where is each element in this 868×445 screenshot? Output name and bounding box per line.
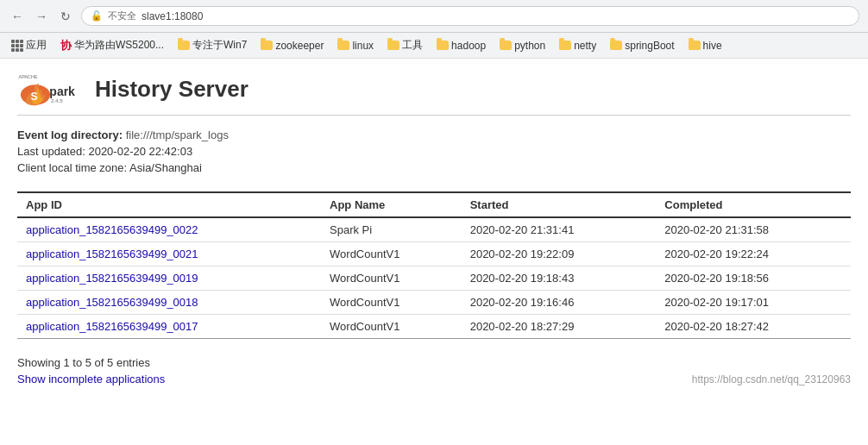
cell-app-id: application_1582165639499_0022	[17, 217, 321, 242]
svg-text:S: S	[31, 91, 38, 103]
bookmark-hive[interactable]: hive	[684, 38, 726, 53]
apps-grid-icon	[11, 40, 23, 52]
table-row: application_1582165639499_0017WordCountV…	[17, 315, 851, 339]
folder-icon-netty	[559, 41, 571, 50]
cell-app-name: Spark Pi	[321, 217, 462, 242]
footer-left: Showing 1 to 5 of 5 entries Show incompl…	[17, 356, 165, 385]
cell-started: 2020-02-20 19:18:43	[462, 266, 657, 291]
table-row: application_1582165639499_0021WordCountV…	[17, 242, 851, 266]
bookmark-tools[interactable]: 工具	[383, 36, 427, 54]
svg-text:park: park	[49, 85, 75, 98]
footer-section: Showing 1 to 5 of 5 entries Show incompl…	[17, 352, 851, 385]
app-id-link[interactable]: application_1582165639499_0019	[26, 272, 198, 285]
bookmark-apps-label: 应用	[26, 38, 47, 53]
event-log-label: Event log directory:	[17, 128, 123, 141]
bookmark-win7[interactable]: 专注于Win7	[173, 36, 251, 54]
spark-version-in-svg: 2.4.5	[51, 97, 63, 103]
table-header-row: App ID App Name Started Completed	[17, 192, 851, 217]
timezone-row: Client local time zone: Asia/Shanghai	[17, 161, 851, 174]
bookmark-python-label: python	[514, 40, 545, 52]
bookmark-tools-label: 工具	[402, 38, 423, 53]
app-id-link[interactable]: application_1582165639499_0018	[26, 296, 198, 309]
app-id-link[interactable]: application_1582165639499_0021	[26, 248, 198, 260]
cell-app-name: WordCountV1	[321, 266, 462, 291]
col-completed: Completed	[656, 192, 851, 217]
cell-app-id: application_1582165639499_0018	[17, 291, 321, 315]
timezone-label: Client local time zone:	[17, 161, 127, 174]
bookmark-netty-label: netty	[574, 40, 596, 52]
last-updated-label: Last updated:	[17, 145, 85, 158]
cell-app-name: WordCountV1	[321, 291, 462, 315]
svg-text:APACHE: APACHE	[19, 74, 38, 79]
bookmark-hadoop-label: hadoop	[451, 40, 486, 52]
bookmarks-bar: 应用 协 华为路由WS5200... 专注于Win7 zookeeper lin…	[0, 33, 868, 59]
security-label: 不安全	[108, 9, 136, 22]
bookmark-netty[interactable]: netty	[555, 38, 601, 53]
col-app-id: App ID	[17, 192, 321, 217]
cell-completed: 2020-02-20 19:18:56	[656, 266, 851, 291]
browser-toolbar: ← → ↻ 🔓 不安全 slave1:18080	[0, 0, 868, 33]
folder-icon-win7	[178, 41, 190, 50]
folder-icon-hadoop	[437, 41, 449, 50]
folder-icon-python	[500, 41, 512, 50]
spark-logo-svg: APACHE S park 2.4.5	[17, 72, 78, 106]
cell-started: 2020-02-20 19:16:46	[462, 291, 657, 315]
forward-button[interactable]: →	[33, 8, 50, 25]
bookmark-win7-label: 专注于Win7	[192, 38, 247, 53]
bookmark-python[interactable]: python	[495, 38, 550, 53]
bookmark-hive-label: hive	[703, 40, 722, 52]
cell-completed: 2020-02-20 18:27:42	[656, 315, 851, 339]
huawei-icon: 协	[60, 38, 72, 53]
bookmark-linux[interactable]: linux	[333, 38, 378, 53]
last-updated-row: Last updated: 2020-02-20 22:42:03	[17, 145, 851, 158]
folder-icon-tools	[387, 41, 399, 50]
table-row: application_1582165639499_0019WordCountV…	[17, 266, 851, 291]
security-icon: 🔓	[91, 10, 103, 22]
applications-table: App ID App Name Started Completed applic…	[17, 191, 851, 339]
last-updated-value: 2020-02-20 22:42:03	[88, 145, 192, 158]
cell-started: 2020-02-20 19:22:09	[462, 242, 657, 266]
col-started: Started	[462, 192, 657, 217]
bookmark-linux-label: linux	[352, 40, 374, 52]
bookmark-springboot[interactable]: springBoot	[606, 38, 678, 53]
show-incomplete-link[interactable]: Show incomplete applications	[17, 373, 165, 385]
bookmark-hadoop[interactable]: hadoop	[432, 38, 490, 53]
cell-app-name: WordCountV1	[321, 315, 462, 339]
entries-count: Showing 1 to 5 of 5 entries	[17, 356, 165, 369]
bookmark-springboot-label: springBoot	[625, 40, 674, 52]
cell-started: 2020-02-20 21:31:41	[462, 217, 657, 242]
app-id-link[interactable]: application_1582165639499_0022	[26, 223, 198, 236]
page-title: History Server	[95, 76, 248, 103]
cell-completed: 2020-02-20 21:31:58	[656, 217, 851, 242]
bookmark-huawei[interactable]: 协 华为路由WS5200...	[56, 36, 168, 55]
spark-logo: APACHE S park 2.4.5	[17, 72, 78, 106]
folder-icon-springboot	[610, 41, 622, 50]
event-log-row: Event log directory: file:///tmp/spark_l…	[17, 128, 851, 141]
bookmark-huawei-label: 华为路由WS5200...	[74, 38, 164, 53]
back-button[interactable]: ←	[9, 8, 26, 25]
cell-app-id: application_1582165639499_0017	[17, 315, 321, 339]
bookmark-zookeeper[interactable]: zookeeper	[256, 38, 328, 53]
folder-icon-hive	[689, 41, 701, 50]
cell-app-id: application_1582165639499_0019	[17, 266, 321, 291]
table-row: application_1582165639499_0018WordCountV…	[17, 291, 851, 315]
cell-app-name: WordCountV1	[321, 242, 462, 266]
timezone-value: Asia/Shanghai	[129, 161, 202, 174]
address-text: slave1:18080	[142, 10, 203, 22]
address-bar[interactable]: 🔓 不安全 slave1:18080	[81, 6, 859, 26]
folder-icon-linux	[337, 41, 349, 50]
col-app-name: App Name	[321, 192, 462, 217]
page-content: APACHE S park 2.4.5 History Server Ev	[0, 59, 868, 398]
app-id-link[interactable]: application_1582165639499_0017	[26, 320, 198, 333]
bookmark-zookeeper-label: zookeeper	[275, 40, 324, 52]
bookmark-apps[interactable]: 应用	[7, 36, 51, 54]
cell-app-id: application_1582165639499_0021	[17, 242, 321, 266]
cell-started: 2020-02-20 18:27:29	[462, 315, 657, 339]
event-log-value: file:///tmp/spark_logs	[126, 128, 229, 141]
info-section: Event log directory: file:///tmp/spark_l…	[17, 128, 851, 174]
spark-header: APACHE S park 2.4.5 History Server	[17, 72, 851, 116]
folder-icon-zookeeper	[261, 41, 273, 50]
table-row: application_1582165639499_0022Spark Pi20…	[17, 217, 851, 242]
refresh-button[interactable]: ↻	[57, 8, 74, 25]
footer-right: https://blog.csdn.net/qq_23120963	[692, 373, 851, 385]
